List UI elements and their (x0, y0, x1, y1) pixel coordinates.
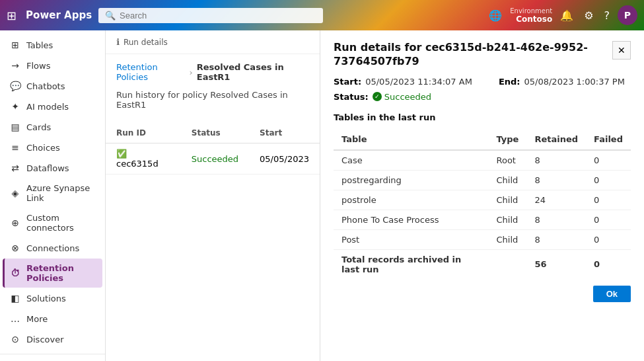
environment-label: Environment (510, 7, 552, 15)
start-value: 05/05/2023 11:34:07 AM (365, 77, 472, 87)
breadcrumb-current: Resolved Cases in EastR1 (197, 62, 309, 82)
end-value: 05/08/2023 1:00:37 PM (524, 77, 625, 87)
run-history-table: Run ID Status Start ✅ cec6315d Succeed (106, 123, 320, 175)
sidebar-item-chatbots[interactable]: 💬 Chatbots (3, 76, 102, 96)
status-text: Succeeded (384, 92, 431, 102)
sidebar-label-ai-models: AI models (26, 102, 69, 112)
ok-button[interactable]: Ok (593, 286, 631, 302)
search-input[interactable] (120, 11, 316, 20)
col-status: Status (181, 123, 249, 143)
type-cell (488, 249, 526, 279)
table-cell: Case (334, 150, 488, 171)
connections-icon: ⊗ (9, 243, 21, 253)
app-launcher-icon[interactable]: ⊞ (7, 9, 17, 22)
notification-icon[interactable]: 🔔 (557, 7, 576, 24)
sidebar-label-custom-connectors: Custom connectors (26, 213, 96, 233)
start-meta: Start: 05/05/2023 11:34:07 AM (334, 77, 472, 87)
retained-cell: 24 (526, 190, 586, 210)
panel-header: ℹ Run details (106, 30, 320, 54)
settings-icon[interactable]: ⚙ (581, 7, 596, 24)
sidebar-item-dataflows[interactable]: ⇄ Dataflows (3, 158, 102, 178)
sidebar-item-connections[interactable]: ⊗ Connections (3, 238, 102, 258)
run-id-value: cec6315d (116, 159, 159, 169)
col-table: Table (334, 129, 488, 150)
discover-icon: ⊙ (9, 334, 21, 344)
sidebar-item-custom-connectors[interactable]: ⊕ Custom connectors (3, 208, 102, 237)
sidebar-label-retention-policies: Retention Policies (26, 263, 96, 283)
status-label: Status: (334, 92, 369, 102)
col-start: Start (249, 123, 320, 143)
run-start-cell: 05/05/2023 (249, 143, 320, 175)
meta-row: Start: 05/05/2023 11:34:07 AM End: 05/08… (334, 77, 631, 87)
run-status-cell: Succeeded (181, 143, 249, 175)
retained-cell: 8 (526, 210, 586, 229)
flows-icon: → (9, 60, 21, 71)
status-row: Status: ✓ Succeeded (334, 92, 631, 102)
sidebar-item-azure-synapse[interactable]: ◈ Azure Synapse Link (3, 179, 102, 208)
status-value: ✓ Succeeded (373, 92, 431, 102)
start-label: Start: (334, 77, 361, 87)
sidebar-item-retention-policies[interactable]: ⏱ Retention Policies (3, 259, 102, 288)
table-row: postregarding Child 8 0 (334, 170, 631, 190)
sidebar-item-choices[interactable]: ≡ Choices (3, 138, 102, 157)
sidebar-label-cards: Cards (26, 122, 51, 132)
run-success-icon: ✅ (116, 149, 127, 159)
failed-cell: 0 (586, 170, 631, 190)
user-avatar[interactable]: P (618, 5, 637, 25)
failed-cell: 0 (586, 210, 631, 229)
table-row[interactable]: ✅ cec6315d Succeeded 05/05/2023 (106, 143, 320, 175)
table-row: Post Child 8 0 (334, 229, 631, 249)
table-row: Phone To Case Process Child 8 0 (334, 210, 631, 229)
failed-cell: 0 (586, 249, 631, 279)
sidebar-item-solutions[interactable]: ◧ Solutions (3, 288, 102, 308)
sidebar-label-chatbots: Chatbots (26, 81, 65, 91)
environment-info: Environment Contoso (510, 7, 552, 24)
breadcrumb-parent-link[interactable]: Retention Policies (116, 62, 186, 82)
sidebar-item-tables[interactable]: ⊞ Tables (3, 35, 102, 55)
sidebar-item-flows[interactable]: → Flows (3, 56, 102, 75)
close-button[interactable]: ✕ (612, 41, 631, 60)
run-status-value: Succeeded (192, 154, 238, 164)
retained-cell: 56 (526, 249, 586, 279)
end-label: End: (499, 77, 520, 87)
azure-synapse-icon: ◈ (9, 188, 21, 198)
failed-cell: 0 (586, 150, 631, 171)
col-failed: Failed (586, 129, 631, 150)
sidebar-label-solutions: Solutions (26, 294, 66, 303)
type-cell: Child (488, 210, 526, 229)
chatbots-icon: 💬 (9, 81, 21, 91)
col-run-id: Run ID (106, 123, 181, 143)
environment-name: Contoso (516, 15, 552, 24)
ok-row: Ok (334, 279, 631, 309)
right-panel-title: Run details for cec6315d-b241-462e-9952-… (334, 41, 612, 69)
tables-icon: ⊞ (9, 40, 21, 50)
help-icon[interactable]: ? (602, 7, 613, 24)
sidebar-label-dataflows: Dataflows (26, 163, 69, 173)
table-cell: postrole (334, 190, 488, 210)
environment-icon: 🌐 (486, 7, 505, 24)
sidebar-item-discover[interactable]: ⊙ Discover (3, 329, 102, 349)
right-panel-header: Run details for cec6315d-b241-462e-9952-… (334, 41, 631, 69)
type-cell: Child (488, 170, 526, 190)
retention-policies-icon: ⏱ (9, 268, 21, 278)
col-retained: Retained (526, 129, 586, 150)
sidebar-item-cards[interactable]: ▤ Cards (3, 117, 102, 137)
table-cell: Phone To Case Process (334, 210, 488, 229)
sidebar-label-choices: Choices (26, 143, 60, 153)
search-icon: 🔍 (105, 11, 116, 20)
custom-connectors-icon: ⊕ (9, 218, 21, 228)
sidebar-item-more[interactable]: … More (3, 309, 102, 329)
col-type: Type (488, 129, 526, 150)
sidebar-item-ai-models[interactable]: ✦ AI models (3, 97, 102, 116)
retained-cell: 8 (526, 229, 586, 249)
end-meta: End: 05/08/2023 1:00:37 PM (499, 77, 625, 87)
failed-cell: 0 (586, 190, 631, 210)
failed-cell: 0 (586, 229, 631, 249)
status-success-dot: ✓ (373, 92, 382, 101)
sidebar-label-connections: Connections (26, 243, 79, 253)
search-bar: 🔍 (98, 8, 323, 23)
choices-icon: ≡ (9, 142, 21, 153)
table-row: Case Root 8 0 (334, 150, 631, 171)
breadcrumb-separator: › (190, 67, 193, 77)
right-panel: Run details for cec6315d-b241-462e-9952-… (320, 30, 644, 361)
